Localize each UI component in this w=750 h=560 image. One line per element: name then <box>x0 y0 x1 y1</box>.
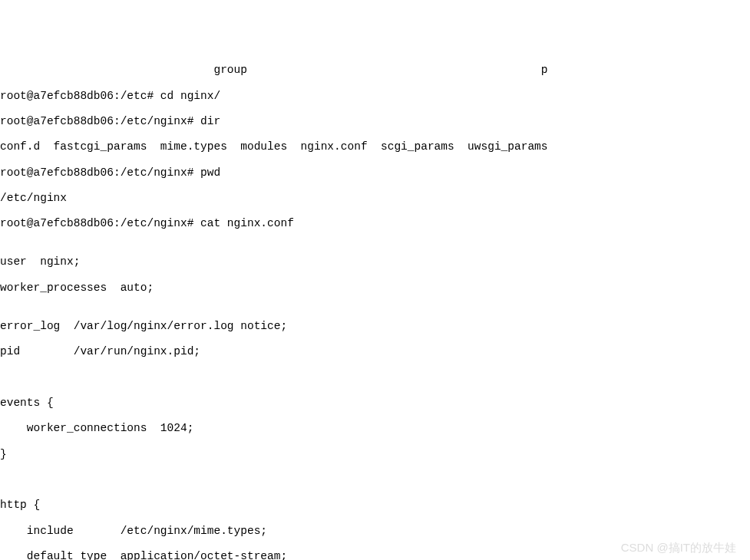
csdn-watermark: CSDN @搞IT的放牛娃 <box>621 541 736 554</box>
terminal-line: } <box>0 448 750 461</box>
terminal-line: root@a7efcb88db06:/etc# cd nginx/ <box>0 90 750 103</box>
terminal-line: http { <box>0 499 750 512</box>
terminal-line: group p <box>0 64 750 77</box>
terminal-output[interactable]: group p root@a7efcb88db06:/etc# cd nginx… <box>0 51 750 560</box>
terminal-line: root@a7efcb88db06:/etc/nginx# cat nginx.… <box>0 217 750 230</box>
terminal-line: pid /var/run/nginx.pid; <box>0 345 750 358</box>
terminal-line: root@a7efcb88db06:/etc/nginx# pwd <box>0 166 750 180</box>
terminal-line: user nginx; <box>0 255 750 268</box>
terminal-line: include /etc/nginx/mime.types; <box>0 525 750 538</box>
terminal-line: conf.d fastcgi_params mime.types modules… <box>0 140 750 153</box>
terminal-line: worker_processes auto; <box>0 282 750 295</box>
terminal-line: root@a7efcb88db06:/etc/nginx# dir <box>0 115 750 128</box>
terminal-line: events { <box>0 397 750 410</box>
terminal-line: /etc/nginx <box>0 192 750 205</box>
terminal-line: worker_connections 1024; <box>0 422 750 435</box>
terminal-line: error_log /var/log/nginx/error.log notic… <box>0 320 750 333</box>
